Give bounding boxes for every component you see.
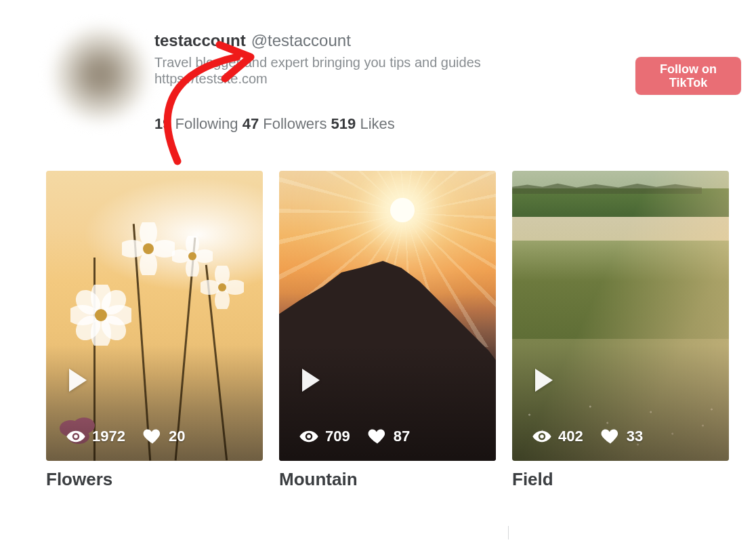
svg-point-29 <box>540 434 544 438</box>
video-card: 402 33 Field <box>512 171 729 490</box>
svg-point-2 <box>70 305 99 325</box>
svg-point-12 <box>150 240 175 258</box>
svg-point-27 <box>74 434 78 438</box>
svg-point-0 <box>91 285 111 313</box>
svg-point-16 <box>172 249 191 263</box>
display-name: testaccount <box>154 31 246 50</box>
following-count: 19 <box>154 115 171 132</box>
svg-point-1 <box>91 317 111 346</box>
divider <box>508 526 509 539</box>
svg-point-4 <box>71 285 106 320</box>
svg-point-17 <box>194 249 213 263</box>
svg-point-11 <box>122 240 146 258</box>
views-stat: 709 <box>299 427 350 446</box>
views-stat: 402 <box>532 427 583 446</box>
heart-icon <box>601 427 620 446</box>
profile-header: testaccount @testaccount Travel blogger … <box>0 0 756 142</box>
following-label: Following <box>175 115 238 132</box>
svg-point-7 <box>97 311 131 346</box>
play-icon <box>535 369 553 392</box>
heart-icon <box>143 427 162 446</box>
eye-icon <box>532 427 551 446</box>
profile-bio: Travel blogger and expert bringing you t… <box>154 54 534 87</box>
svg-point-22 <box>224 280 244 295</box>
video-card: 709 87 Mountain <box>279 171 496 490</box>
likes-value: 87 <box>394 428 410 445</box>
likes-label: Likes <box>360 115 394 132</box>
svg-point-28 <box>307 434 311 438</box>
svg-point-9 <box>140 222 157 247</box>
svg-point-18 <box>188 252 196 260</box>
bio-link[interactable]: https://testsite.com <box>154 71 268 86</box>
eye-icon <box>299 427 318 446</box>
video-stats: 709 87 <box>299 427 410 446</box>
likes-stat: 33 <box>601 427 643 446</box>
likes-value: 20 <box>169 428 185 445</box>
svg-point-13 <box>143 243 154 254</box>
svg-point-6 <box>71 311 106 346</box>
video-thumbnail[interactable]: 709 87 <box>279 171 496 461</box>
likes-count: 519 <box>331 115 356 132</box>
video-stats: 1972 20 <box>66 427 185 446</box>
svg-point-8 <box>95 309 107 321</box>
video-title: Flowers <box>46 469 263 490</box>
profile-stats: 19 Following 47 Followers 519 Likes <box>154 115 710 133</box>
svg-point-21 <box>201 280 221 295</box>
svg-point-5 <box>97 285 131 320</box>
followers-label: Followers <box>263 115 327 132</box>
eye-icon <box>66 427 85 446</box>
follow-on-tiktok-button[interactable]: Follow on TikTok <box>635 57 741 95</box>
svg-point-14 <box>186 236 199 255</box>
video-title: Mountain <box>279 469 496 490</box>
svg-point-15 <box>186 258 199 277</box>
views-value: 1972 <box>92 428 125 445</box>
heart-icon <box>368 427 387 446</box>
avatar[interactable] <box>53 27 148 122</box>
video-thumbnail[interactable]: 1972 20 <box>46 171 263 461</box>
play-icon <box>69 369 87 392</box>
views-value: 402 <box>558 428 583 445</box>
video-grid: 1972 20 Flowers 709 <box>0 142 756 490</box>
svg-point-3 <box>103 305 131 325</box>
svg-point-20 <box>215 289 230 309</box>
video-stats: 402 33 <box>532 427 643 446</box>
video-thumbnail[interactable]: 402 33 <box>512 171 729 461</box>
svg-point-23 <box>218 283 226 291</box>
views-value: 709 <box>325 428 350 445</box>
views-stat: 1972 <box>66 427 125 446</box>
likes-stat: 20 <box>143 427 185 446</box>
svg-point-10 <box>140 251 157 275</box>
svg-point-19 <box>215 266 230 286</box>
profile-name-line: testaccount @testaccount <box>154 31 710 50</box>
profile-info: testaccount @testaccount Travel blogger … <box>154 27 710 133</box>
avatar-container <box>46 27 154 122</box>
followers-count: 47 <box>243 115 259 132</box>
play-icon <box>302 369 320 392</box>
bio-line-1: Travel blogger and expert bringing you t… <box>154 55 481 70</box>
likes-value: 33 <box>627 428 643 445</box>
handle: @testaccount <box>251 31 351 50</box>
likes-stat: 87 <box>368 427 410 446</box>
video-card: 1972 20 Flowers <box>46 171 263 490</box>
video-title: Field <box>512 469 729 490</box>
